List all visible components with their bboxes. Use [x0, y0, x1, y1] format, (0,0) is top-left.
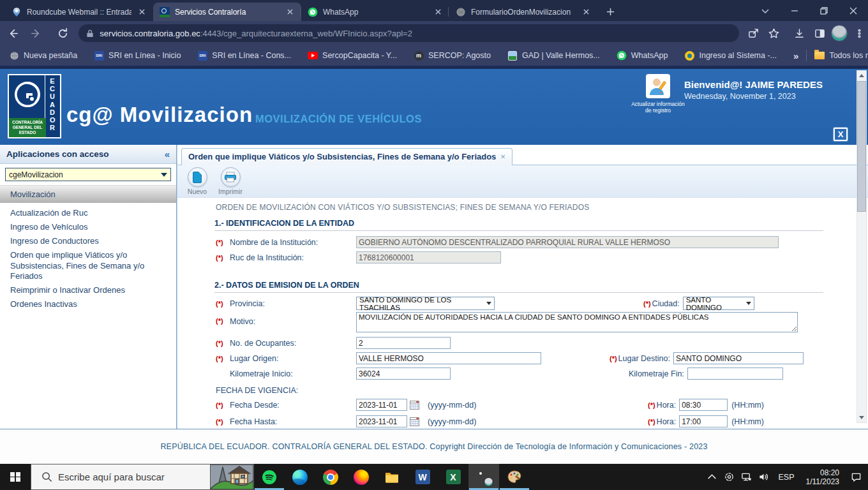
taskbar-chrome-profile[interactable]	[468, 464, 499, 490]
bookmark-nueva-pestana[interactable]: Nueva pestaña	[9, 50, 77, 61]
profile-avatar[interactable]	[831, 25, 848, 41]
address-bar[interactable]: servicios.contraloria.gob.ec:4443/cge_ar…	[79, 24, 739, 42]
browser-tab-whatsapp[interactable]: WhatsApp	[301, 3, 449, 21]
fecha-desde-input[interactable]	[356, 399, 407, 411]
km-fin-input[interactable]	[687, 368, 783, 380]
scrollbar-thumb[interactable]	[857, 81, 866, 212]
taskbar-spotify[interactable]	[254, 464, 285, 490]
search-daily-image[interactable]	[210, 464, 253, 489]
taskbar-word[interactable]: W	[407, 464, 438, 490]
print-button[interactable]: Imprimir	[216, 167, 245, 197]
ciudad-value: SANTO DOMINGO	[686, 296, 742, 311]
new-button[interactable]: Nuevo	[183, 167, 212, 197]
calendar-icon[interactable]	[410, 417, 421, 427]
bookmark-sri-inicio[interactable]: SRISRI en Línea - Inicio	[94, 50, 181, 61]
restore-button[interactable]	[809, 0, 839, 21]
content-tab-orden[interactable]: Orden que implique Viáticos y/o Subsiste…	[181, 148, 513, 165]
reload-button[interactable]	[54, 24, 73, 43]
tab-close-icon[interactable]	[433, 7, 443, 17]
tray-expand-icon[interactable]	[707, 471, 717, 482]
taskbar-search[interactable]	[31, 464, 254, 490]
ciudad-label: Ciudad:	[652, 299, 680, 308]
bookmark-sercopcapacita[interactable]: SercopCapacita - Y...	[308, 50, 397, 61]
provincia-select[interactable]: SANTO DOMINGO DE LOS TSACHILAS	[356, 297, 495, 310]
start-button[interactable]	[0, 464, 31, 490]
volume-icon[interactable]	[758, 471, 769, 482]
bookmark-gad-valle-hermoso[interactable]: GAD | Valle Hermos...	[507, 50, 600, 61]
browser-tab-formulario[interactable]: FormularioOrdenMovilizacion	[449, 3, 597, 21]
bookmark-whatsapp[interactable]: WhatsApp	[617, 50, 668, 61]
hora-desde-input[interactable]	[679, 399, 728, 411]
form-toolbar: Nuevo Imprimir	[177, 165, 868, 198]
close-window-button[interactable]	[839, 0, 868, 21]
sidebar-collapse-icon[interactable]: «	[165, 149, 170, 160]
back-button[interactable]	[4, 24, 23, 43]
content-tab-close-icon[interactable]: ×	[500, 152, 505, 161]
search-input[interactable]	[58, 471, 186, 482]
page-scrollbar[interactable]	[857, 70, 867, 423]
side-panel-icon[interactable]	[811, 24, 828, 42]
km-fin-group: Kilometraje Fin:	[629, 367, 783, 380]
tab-close-icon[interactable]	[285, 7, 295, 17]
share-icon[interactable]	[744, 24, 762, 42]
update-registration-button[interactable]	[646, 74, 670, 98]
ciudad-select[interactable]: SANTO DOMINGO	[683, 297, 754, 310]
sidebar-item-ingreso-vehiculos[interactable]: Ingreso de Vehículos	[10, 222, 167, 233]
browser-tab-contraloria[interactable]: Servicios Contraloría	[153, 3, 301, 21]
origen-input[interactable]	[356, 352, 541, 364]
page-footer: REPÚBLICA DEL ECUADOR. CONTRALORÍA GENER…	[0, 429, 868, 464]
tab-close-icon[interactable]	[137, 7, 147, 17]
sidebar-item-reimprimir-inactivar[interactable]: Reimprimir o Inactivar Ordenes	[10, 285, 167, 296]
sidebar-menu: Actualización de Ruc Ingreso de Vehículo…	[0, 208, 176, 310]
form-row-fecha-desde: (*) Fecha Desde: (yyyy-mm-dd) (*) Hora: …	[214, 398, 823, 412]
taskbar-edge[interactable]	[285, 464, 315, 490]
taskbar-paint[interactable]	[499, 464, 530, 490]
hora-hasta-input[interactable]	[679, 415, 728, 427]
clock[interactable]: 08:20 1/11/2023	[804, 468, 842, 486]
application-select[interactable]: cgeMovilizacion	[5, 168, 171, 181]
calendar-icon[interactable]	[410, 400, 421, 410]
destino-input[interactable]	[673, 352, 804, 364]
ocupantes-input[interactable]	[356, 337, 451, 349]
lock-icon	[86, 29, 94, 38]
taskbar-chrome[interactable]	[315, 464, 346, 490]
tray-sync-icon[interactable]	[724, 471, 735, 482]
sidebar-item-ordenes-inactivas[interactable]: Ordenes Inactivas	[10, 299, 167, 310]
web-page: CONTRALORÍA GENERAL DEL ESTADO ECUADOR c…	[0, 66, 868, 464]
menu-kebab-icon[interactable]	[850, 24, 868, 42]
sidebar-item-orden-viaticos[interactable]: Orden que implique Viáticos y/o Subsiste…	[10, 250, 167, 282]
fecha-hasta-input[interactable]	[356, 415, 407, 427]
welcome-text: Bienvenid@! JAIME PAREDES	[684, 79, 823, 90]
km-inicio-input[interactable]	[356, 368, 451, 380]
taskbar-file-explorer[interactable]	[377, 464, 407, 490]
bookmark-star-icon[interactable]	[765, 24, 782, 42]
scroll-up-icon[interactable]	[857, 71, 866, 80]
taskbar-firefox[interactable]	[346, 464, 377, 490]
language-indicator[interactable]: ESP	[775, 473, 797, 482]
download-icon[interactable]	[790, 24, 808, 42]
sidebar-section-movilizacion[interactable]: Movilización	[0, 185, 176, 203]
browser-tab-roundcube[interactable]: Roundcube Webmail :: Entrada	[5, 3, 153, 21]
chevron-down-icon	[746, 302, 751, 305]
scroll-down-icon[interactable]	[857, 413, 866, 422]
new-tab-button[interactable]	[601, 3, 619, 20]
provincia-value: SANTO DOMINGO DE LOS TSACHILAS	[359, 296, 483, 311]
bookmark-sercop-agosto[interactable]: mSERCOP: Agosto	[414, 50, 491, 61]
sidebar-item-ingreso-conductores[interactable]: Ingreso de Conductores	[10, 236, 167, 247]
bookmark-sri-consultas[interactable]: SRISRI en Línea - Cons...	[197, 50, 291, 61]
minimize-button[interactable]	[780, 0, 809, 21]
tab-title: Roundcube Webmail :: Entrada	[27, 8, 131, 17]
sidebar-item-actualizacion-ruc[interactable]: Actualización de Ruc	[10, 208, 167, 219]
network-icon[interactable]	[741, 471, 752, 482]
tab-search-icon[interactable]	[751, 0, 780, 21]
all-bookmarks-button[interactable]: Todos los marcadores	[814, 50, 868, 61]
tab-close-icon[interactable]	[581, 7, 591, 17]
new-button-label: Nuevo	[188, 188, 207, 195]
bookmarks-overflow-icon[interactable]: »	[793, 50, 798, 61]
forward-button[interactable]	[27, 24, 46, 43]
taskbar-excel[interactable]: X	[438, 464, 468, 490]
bookmark-ingreso-sistema[interactable]: Ingreso al Sistema -...	[684, 50, 777, 61]
action-center-icon[interactable]	[851, 471, 862, 482]
motivo-textarea[interactable]: MOVILIZACIÓN DE AUTORIDADES HACIA LA CIU…	[356, 312, 798, 332]
header-close-button[interactable]: X	[834, 128, 848, 141]
